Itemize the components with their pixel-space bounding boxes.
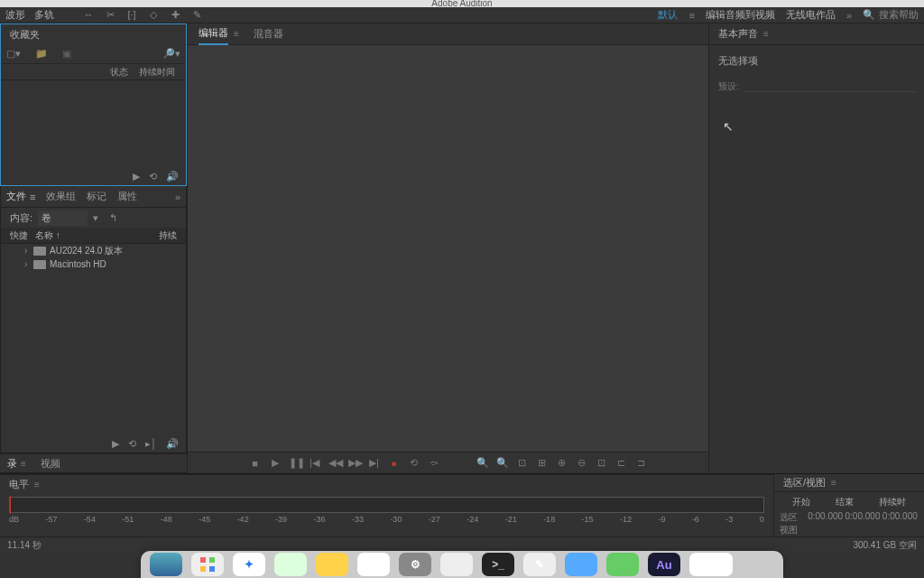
dock-audition-icon[interactable]: Au <box>648 553 680 576</box>
expand-arrow-icon[interactable]: › <box>24 246 33 256</box>
panel-menu-icon[interactable]: ≡ <box>234 29 239 39</box>
tool-heal-icon[interactable]: ✚ <box>168 9 182 21</box>
record-button[interactable]: ● <box>388 458 401 469</box>
workspace-more-icon[interactable]: » <box>846 10 852 21</box>
selview-sel-end[interactable]: 0:00.000 <box>844 511 881 524</box>
dock-trash-icon[interactable]: 🗑 <box>742 553 774 576</box>
panel-menu-icon[interactable]: ≡ <box>30 191 35 202</box>
goto-start-button[interactable]: |◀ <box>309 457 321 469</box>
zoom-in-amp-button[interactable]: ⊕ <box>556 457 568 469</box>
file-row[interactable]: › Macintosh HD <box>1 257 186 271</box>
col-name[interactable]: 名称 ↑ <box>35 229 141 242</box>
search-help-input[interactable]: 搜索帮助 <box>879 8 919 22</box>
zoom-out-amp-button[interactable]: ⊖ <box>576 457 588 469</box>
tool-marquee-icon[interactable]: ◇ <box>146 9 161 21</box>
meter-bar <box>9 497 764 513</box>
dock-notes-icon[interactable] <box>316 553 348 576</box>
play-icon[interactable]: ▶ <box>133 171 140 182</box>
content-value[interactable]: 卷 <box>38 210 88 226</box>
open-file-icon[interactable]: 📁 <box>35 48 48 60</box>
dock-terminal-icon[interactable]: >_ <box>482 553 514 576</box>
tool-select-icon[interactable]: [·] <box>125 9 139 21</box>
dock-settings-icon[interactable]: ⚙ <box>399 553 431 576</box>
loop-button[interactable]: ⟲ <box>408 457 420 469</box>
mode-waveform[interactable]: 波形 <box>5 8 25 22</box>
new-file-icon[interactable]: ▢▾ <box>6 48 21 60</box>
content-dropdown-icon[interactable]: ▾ <box>93 212 98 224</box>
tool-razor-icon[interactable]: ✂ <box>103 9 117 21</box>
tool-move-icon[interactable]: ↔ <box>81 9 96 21</box>
folder-icon <box>33 247 46 256</box>
dock-maps-icon[interactable] <box>274 553 307 576</box>
skip-selection-button[interactable]: ⤼ <box>428 457 440 469</box>
zoom-out-time-button[interactable]: 🔍 <box>496 457 509 469</box>
preset-dropdown[interactable] <box>744 81 915 92</box>
panel-menu-icon[interactable]: ≡ <box>763 29 769 39</box>
editor-canvas[interactable]: ↖ <box>188 45 708 452</box>
col-duration[interactable]: 持续 <box>141 229 177 242</box>
panel-more-icon[interactable]: » <box>175 191 180 202</box>
favorites-col-status[interactable]: 状态 <box>110 66 128 79</box>
record-file-icon[interactable]: ▣ <box>62 48 71 60</box>
expand-arrow-icon[interactable]: › <box>24 259 33 269</box>
selview-sel-start[interactable]: 0:00.000 <box>807 511 844 524</box>
play-button[interactable]: ▶ <box>269 457 282 469</box>
tab-effects[interactable]: 效果组 <box>46 190 76 203</box>
panel-menu-icon[interactable]: ≡ <box>21 459 26 469</box>
goto-end-button[interactable]: ▶| <box>368 457 381 469</box>
dock-safari-icon[interactable]: ✦ <box>233 553 265 576</box>
tab-editor[interactable]: 编辑器 <box>199 23 228 45</box>
loop-icon[interactable]: ⟲ <box>149 171 157 182</box>
selview-view-start[interactable] <box>807 524 844 536</box>
rewind-button[interactable]: ◀◀ <box>328 457 341 469</box>
svg-rect-2 <box>200 566 206 572</box>
tab-mixer[interactable]: 混音器 <box>254 23 283 44</box>
volume-icon[interactable]: 🔊 <box>166 438 179 450</box>
selview-view-end[interactable] <box>844 524 881 536</box>
zoom-to-in-button[interactable]: ⊏ <box>615 457 628 469</box>
autoplay-icon[interactable]: ▸│ <box>145 438 157 450</box>
workspace-edit-to-video[interactable]: 编辑音频到视频 <box>706 8 775 22</box>
zoom-reset-time-button[interactable]: ⊡ <box>516 457 529 469</box>
dock-freeform-icon[interactable] <box>357 553 390 576</box>
file-row[interactable]: › AU2024 24.0 版本 <box>1 244 186 257</box>
tab-video[interactable]: 视频 <box>41 457 60 471</box>
dock-textedit-icon[interactable]: ✎ <box>523 553 556 576</box>
loop-icon[interactable]: ⟲ <box>128 438 136 450</box>
favorites-col-duration[interactable]: 持续时间 <box>139 66 175 79</box>
tab-properties[interactable]: 属性 <box>117 190 137 203</box>
up-folder-icon[interactable]: ↰ <box>109 212 117 224</box>
panel-menu-icon[interactable]: ≡ <box>831 478 836 488</box>
macos-titlebar: Adobe Audition <box>0 0 924 7</box>
selview-col-start: 开始 <box>792 496 810 508</box>
zoom-selection-button[interactable]: ⊞ <box>536 457 549 469</box>
dock-activity-icon[interactable] <box>606 553 639 576</box>
workspace-menu-icon[interactable]: ≡ <box>688 10 694 21</box>
zoom-to-out-button[interactable]: ⊐ <box>635 457 648 469</box>
dock-launchpad-icon[interactable] <box>191 553 224 576</box>
selview-sel-dur[interactable]: 0:00.000 <box>882 511 919 524</box>
mode-multitrack[interactable]: 多轨 <box>34 8 54 22</box>
zoom-full-button[interactable]: ⊡ <box>596 457 608 469</box>
pause-button[interactable]: ❚❚ <box>289 457 301 469</box>
col-quick[interactable]: 快捷 <box>10 229 35 242</box>
stop-button[interactable]: ■ <box>249 458 262 469</box>
tab-markers[interactable]: 标记 <box>87 190 106 203</box>
forward-button[interactable]: ▶▶ <box>348 457 361 469</box>
dock-finder-icon[interactable] <box>150 553 182 576</box>
left-column: 收藏夹 ▢▾ 📁 ▣ 🔎▾ 状态 持续时间 ▶ ⟲ 🔊 文件 ≡ <box>0 23 187 473</box>
dock-diskutility-icon[interactable] <box>440 553 473 576</box>
play-icon[interactable]: ▶ <box>112 438 119 450</box>
tool-brush-icon[interactable]: ✎ <box>189 9 204 21</box>
volume-icon[interactable]: 🔊 <box>166 171 179 182</box>
tab-history[interactable]: 录 <box>7 457 17 471</box>
tab-files[interactable]: 文件 <box>6 190 26 203</box>
zoom-in-time-button[interactable]: 🔍 <box>476 457 489 469</box>
dock-preview-icon[interactable] <box>565 553 597 576</box>
workspace-radio[interactable]: 无线电作品 <box>786 8 836 22</box>
workspace-default[interactable]: 默认 <box>658 8 678 22</box>
dock-blank-icon[interactable] <box>689 553 733 576</box>
favorites-search-icon[interactable]: 🔎▾ <box>162 48 180 60</box>
panel-menu-icon[interactable]: ≡ <box>34 480 40 489</box>
selview-view-dur[interactable] <box>882 524 919 536</box>
